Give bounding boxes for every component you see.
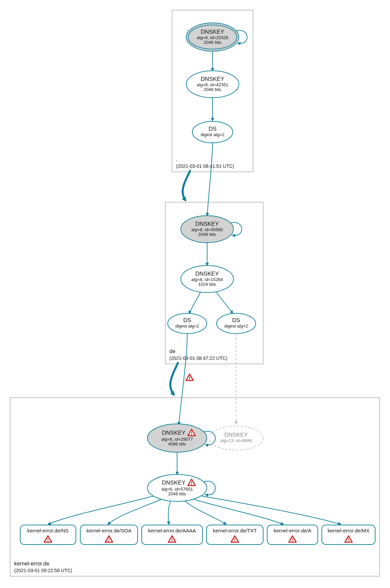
svg-text:DS: DS	[208, 126, 217, 132]
zone-root-label: .	[176, 156, 177, 162]
rr-a: kernel-error.de/A	[267, 525, 318, 545]
svg-text:alg=8, id=57651: alg=8, id=57651	[161, 487, 193, 492]
svg-text:alg=8, id=15264: alg=8, id=15264	[191, 277, 223, 282]
node-de-ksk: DNSKEY alg=8, id=45580 2048 bits	[181, 216, 233, 243]
svg-text:digest alg=2: digest alg=2	[224, 323, 248, 329]
zone-de-date: (2021-03-01 08:47:22 UTC)	[169, 355, 227, 361]
svg-text:alg=8, id=42351: alg=8, id=42351	[197, 82, 228, 87]
zone-ke-label: kernel-error.de	[14, 561, 49, 566]
zone-root-date: (2021-03-01 08:41:51 UTC)	[176, 163, 234, 169]
rr-mx: kernel-error.de/MX	[322, 525, 375, 545]
svg-text:digest alg=2: digest alg=2	[201, 132, 224, 137]
zone-de-label: de	[169, 348, 175, 354]
svg-text:alg=8, id=20326: alg=8, id=20326	[197, 35, 228, 40]
zone-de: de (2021-03-01 08:47:22 UTC) DNSKEY alg=…	[165, 202, 263, 364]
node-root-ds: DS digest alg=2	[192, 121, 233, 143]
node-ke-zsk: DNSKEY alg=8, id=57651 2048 bits	[147, 474, 207, 501]
svg-text:DNSKEY: DNSKEY	[224, 432, 248, 438]
svg-text:4096 bits: 4096 bits	[168, 441, 186, 446]
node-de-ds1: DS digest alg=2	[168, 313, 207, 334]
svg-text:kernel-error.de/AAAA: kernel-error.de/AAAA	[148, 528, 196, 533]
svg-text:kernel-error.de/A: kernel-error.de/A	[274, 528, 311, 533]
svg-text:DNSKEY: DNSKEY	[162, 479, 186, 486]
svg-text:2048 bits: 2048 bits	[168, 491, 186, 496]
svg-text:kernel-error.de/TXT: kernel-error.de/TXT	[213, 528, 257, 533]
svg-text:kernel-error.de/SOA: kernel-error.de/SOA	[86, 528, 131, 533]
svg-text:DNSKEY: DNSKEY	[195, 221, 219, 227]
rr-ns: kernel-error.de/NS	[20, 525, 76, 545]
svg-text:1024 bits: 1024 bits	[198, 282, 216, 287]
rr-aaaa: kernel-error.de/AAAA	[142, 525, 202, 545]
svg-text:DNSKEY: DNSKEY	[195, 271, 219, 277]
svg-text:DNSKEY: DNSKEY	[201, 76, 224, 82]
zone-ke-date: (2021-03-01 09:22:58 UTC)	[14, 568, 72, 573]
svg-text:2048 bits: 2048 bits	[204, 87, 222, 92]
svg-text:DNSKEY: DNSKEY	[201, 29, 224, 35]
svg-text:DNSKEY: DNSKEY	[162, 430, 186, 436]
svg-text:2048 bits: 2048 bits	[198, 232, 216, 237]
svg-text:2048 bits: 2048 bits	[204, 40, 222, 45]
svg-text:alg=8, id=45580: alg=8, id=45580	[191, 227, 223, 232]
svg-text:DS: DS	[183, 317, 191, 323]
rr-txt: kernel-error.de/TXT	[206, 525, 263, 545]
svg-text:DS: DS	[232, 317, 240, 323]
node-root-zsk: DNSKEY alg=8, id=42351 2048 bits	[186, 71, 239, 98]
rr-soa: kernel-error.de/SOA	[80, 525, 138, 545]
node-ke-ksk: DNSKEY alg=8, id=29077 4096 bits	[147, 424, 207, 452]
zone-kernel-error-de: kernel-error.de (2021-03-01 09:22:58 UTC…	[10, 398, 380, 576]
node-root-ksk: DNSKEY alg=8, id=20326 2048 bits	[186, 23, 239, 51]
svg-text:digest alg=2: digest alg=2	[175, 323, 199, 329]
svg-text:kernel-error.de/NS: kernel-error.de/NS	[27, 528, 69, 533]
dnsviz-graph: ! . (2021-03-01 08:41:51 UTC) DNSKEY alg…	[0, 0, 390, 588]
node-ke-dashed: DNSKEY alg=13, id=8686	[209, 426, 263, 450]
svg-text:alg=8, id=29077: alg=8, id=29077	[161, 437, 193, 442]
warn-icon	[186, 374, 193, 381]
svg-text:kernel-error.de/MX: kernel-error.de/MX	[328, 528, 369, 533]
node-de-zsk: DNSKEY alg=8, id=15264 1024 bits	[181, 266, 233, 292]
node-de-ds2: DS digest alg=2	[217, 313, 256, 334]
svg-text:alg=13, id=8686: alg=13, id=8686	[220, 438, 252, 443]
